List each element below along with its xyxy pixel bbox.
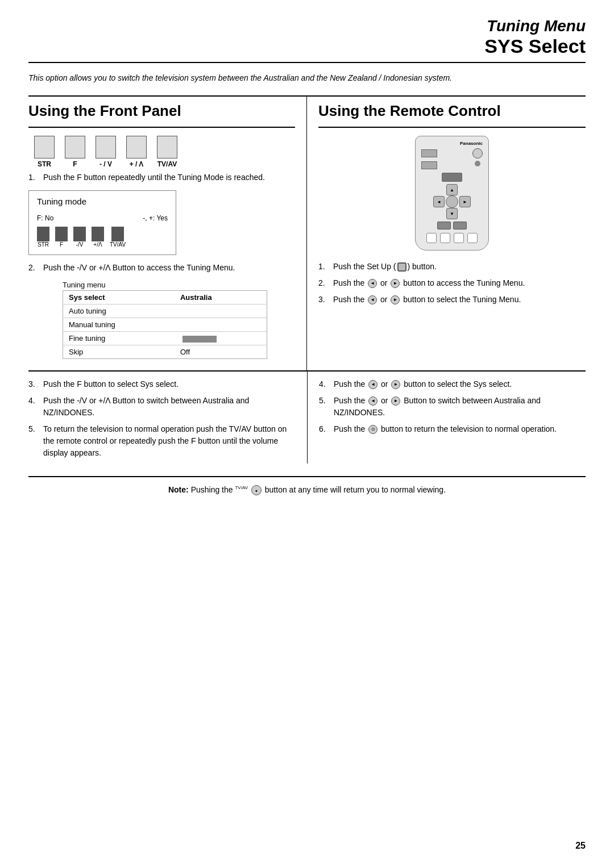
btn-group-plus-lambda: + / Λ (126, 136, 147, 168)
right-bottom-step6-num: 6. (319, 423, 329, 435)
remote-side-btn-r (453, 222, 467, 229)
mini-btn-tvav: TV/AV (110, 227, 126, 248)
remote-digit-2 (440, 233, 450, 243)
bottom-step4-text: Push the -/V or +/Λ Button to switch bet… (43, 395, 296, 419)
left-step2-num: 2. (28, 262, 39, 274)
mini-btn-str-label: STR (38, 241, 49, 248)
intro-text: This option allows you to switch the tel… (28, 72, 586, 84)
arrow-right4-icon: ► (391, 397, 400, 406)
right-step2-text: Push the ◄ or ► button to access the Tun… (333, 277, 525, 289)
remote-digit-1 (426, 233, 437, 243)
btn-group-tvav: TV/AV (157, 136, 177, 168)
remote-nav-up: ▲ (446, 184, 458, 195)
bottom-section: 3. Push the F button to select Sys selec… (28, 372, 586, 464)
btn-minus-v-label: - / V (99, 160, 112, 168)
sys-select-col1: Sys select (63, 291, 175, 304)
remote-body: Panasonic (415, 136, 489, 251)
remote-digit-3 (454, 233, 464, 243)
bottom-step5-text: To return the television to normal opera… (43, 423, 296, 459)
bottom-note: Note: Pushing the TV/AV ● button at any … (28, 476, 586, 495)
right-bottom-step-5: 5. Push the ◄ or ► Button to switch betw… (319, 395, 586, 419)
mini-btn-minusv-label: -/V (76, 241, 84, 248)
bottom-step4-num: 4. (28, 395, 39, 419)
auto-tuning-col1: Auto tuning (63, 304, 175, 318)
btn-plus-lambda (126, 136, 147, 158)
btn-tvav-label: TV/AV (157, 160, 177, 168)
tuning-menu-table: Sys select Australia Auto tuning Manual … (63, 290, 267, 359)
bottom-step-4: 4. Push the -/V or +/Λ Button to switch … (28, 395, 296, 419)
tuning-mode-labels: F: No -, +: Yes (37, 214, 168, 222)
arrow-right2-icon: ► (391, 295, 400, 304)
two-column-section: Using the Front Panel STR F - / V + / (28, 95, 586, 372)
right-bottom-step4-num: 4. (319, 378, 329, 390)
btn-f-label: F (73, 160, 77, 168)
tuning-mode-title: Tuning mode (37, 197, 168, 206)
sys-select-title: SYS Select (28, 35, 586, 57)
left-column: Using the Front Panel STR F - / V + / (28, 97, 307, 370)
mini-btn-pluslambda: +/Λ (92, 227, 104, 248)
tuning-mode-no-label: F: No (37, 214, 53, 222)
mini-btn-f-sq (55, 227, 68, 241)
right-step3-num: 3. (318, 294, 329, 306)
right-instructions: 1. Push the Set Up () button. 2. Push th… (318, 261, 586, 306)
bottom-step-5: 5. To return the television to normal op… (28, 423, 296, 459)
btn-group-minus-v: - / V (96, 136, 116, 168)
remote-side-btn-l (437, 222, 451, 229)
sys-select-col2: Australia (175, 291, 267, 304)
header-divider (28, 62, 586, 63)
manual-tuning-col2 (175, 318, 267, 332)
auto-tuning-col2 (175, 304, 267, 318)
remote-nav-left: ◄ (433, 196, 445, 207)
btn-f (65, 136, 85, 158)
right-step-3: 3. Push the ◄ or ► button to select the … (318, 294, 586, 306)
bottom-right-instructions: 4. Push the ◄ or ► button to select the … (319, 378, 586, 435)
remote-nav-up-row: ▲ (446, 184, 458, 195)
remote-nav-mid-row: ◄ ► (433, 195, 471, 208)
fine-tuning-col1: Fine tuning (63, 332, 175, 345)
remote-top-buttons (421, 148, 483, 170)
btn-str (34, 136, 55, 158)
arrow-left4-icon: ◄ (368, 397, 377, 406)
arrow-right-icon: ► (391, 279, 400, 288)
right-step3-text: Push the ◄ or ► button to select the Tun… (333, 294, 521, 306)
remote-nav-cluster: ▲ ◄ ► ▼ (421, 184, 483, 219)
btn-tvav (157, 136, 177, 158)
mini-btn-f: F (55, 227, 68, 248)
right-step2-num: 2. (318, 277, 329, 289)
tuning-menu-title: Tuning Menu (28, 17, 586, 35)
remote-brand: Panasonic (421, 141, 483, 146)
mini-btn-str-sq (37, 227, 49, 241)
note-label: Note: (168, 485, 189, 494)
remote-circle-top (472, 148, 483, 158)
remote-digit-row (421, 233, 483, 243)
remote-nav-right: ► (459, 196, 471, 207)
right-bottom-step5-text: Push the ◄ or ► Button to switch between… (334, 395, 586, 419)
bottom-step3-text: Push the F button to select Sys select. (43, 378, 179, 390)
btn-str-label: STR (38, 160, 51, 168)
right-bottom-step4-text: Push the ◄ or ► button to select the Sys… (334, 378, 512, 390)
remote-rect-btn-1 (421, 149, 437, 157)
arrow-left3-icon: ◄ (368, 380, 377, 389)
note-text: Pushing the (191, 485, 235, 494)
left-step1-text: Push the F button repeatedly until the T… (43, 172, 265, 183)
remote-small-circle (475, 161, 480, 166)
note-suffix: button at any time will return you to no… (265, 485, 446, 494)
power-icon: ⊙ (368, 425, 377, 434)
bottom-left: 3. Push the F button to select Sys selec… (28, 372, 307, 464)
header-section: Tuning Menu SYS Select (28, 17, 586, 57)
table-row-manual-tuning: Manual tuning (63, 318, 267, 332)
remote-wrapper: Panasonic (318, 136, 586, 251)
right-col-header: Using the Remote Control (318, 97, 586, 128)
right-bottom-step-6: 6. Push the ⊙ button to return the telev… (319, 423, 586, 435)
manual-tuning-col1: Manual tuning (63, 318, 175, 332)
tvav-note-icon: ● (251, 485, 262, 495)
mini-btn-str: STR (37, 227, 49, 248)
left-step-2: 2. Push the -/V or +/Λ Button to access … (28, 262, 295, 274)
btn-group-f: F (65, 136, 85, 168)
page-number: 25 (575, 841, 586, 851)
remote-rect-btn-2 (421, 161, 437, 169)
arrow-left2-icon: ◄ (368, 295, 377, 304)
btn-group-str: STR (34, 136, 55, 168)
left-step2-list: 2. Push the -/V or +/Λ Button to access … (28, 262, 295, 274)
bottom-right: 4. Push the ◄ or ► button to select the … (307, 372, 586, 464)
